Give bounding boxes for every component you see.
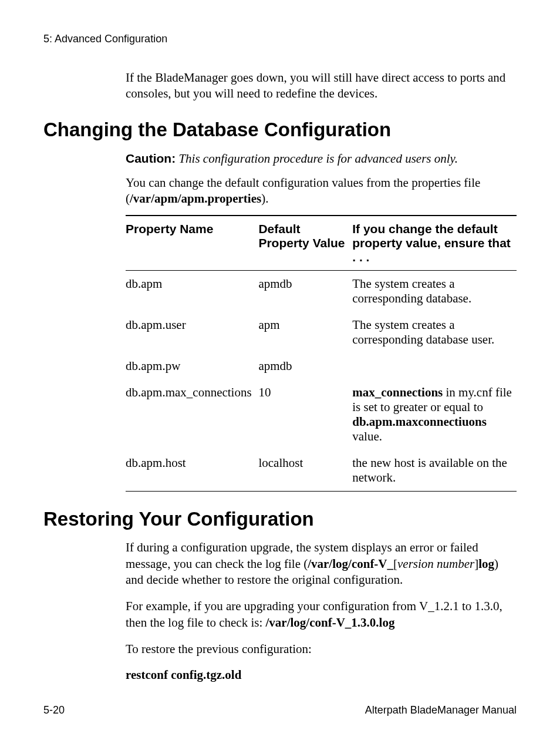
cell-prop-name: db.apm.host: [126, 450, 258, 492]
restore-command: restconf config.tgz.old: [126, 668, 517, 682]
note-text: value.: [352, 429, 382, 443]
col-header-note: If you change the default property value…: [352, 216, 517, 271]
restore-p3: To restore the previous configuration:: [126, 641, 517, 657]
table-row: db.apm.pw apmdb: [126, 353, 517, 379]
note-bold: max_connections: [352, 385, 443, 399]
cell-prop-name: db.apm.max_connections: [126, 379, 258, 450]
intro-paragraph: If the BladeManager goes down, you will …: [126, 70, 517, 102]
cell-prop-note: The system creates a corresponding datab…: [352, 312, 517, 353]
restore-p1: If during a configuration upgrade, the s…: [126, 540, 517, 588]
running-header: 5: Advanced Configuration: [43, 33, 517, 45]
page-footer: 5-20 Alterpath BladeManager Manual: [43, 704, 517, 716]
section1-body: Caution: This configuration procedure is…: [126, 150, 517, 492]
section-heading-restore: Restoring Your Configuration: [43, 508, 517, 530]
page-number: 5-20: [43, 704, 65, 716]
page: 5: Advanced Configuration If the BladeMa…: [0, 0, 560, 747]
cell-prop-note: max_connections in my.cnf file is set to…: [352, 379, 517, 450]
cell-prop-note: the new host is available on the network…: [352, 450, 517, 492]
props-suffix: ).: [261, 191, 268, 206]
properties-table: Property Name Default Property Value If …: [126, 215, 517, 492]
p1-t2: [: [393, 557, 397, 571]
p1-b2: log: [478, 557, 494, 571]
cell-prop-name: db.apm.user: [126, 312, 258, 353]
table-row: db.apm.max_connections 10 max_connection…: [126, 379, 517, 450]
section-heading-db-config: Changing the Database Configuration: [43, 119, 517, 141]
p1-b1: /var/log/conf-V_: [308, 557, 393, 571]
col-header-property-name: Property Name: [126, 216, 258, 271]
table-row: db.apm.user apm The system creates a cor…: [126, 312, 517, 353]
caution-line: Caution: This configuration procedure is…: [126, 150, 517, 167]
props-file-paragraph: You can change the default configuration…: [126, 175, 517, 207]
table-row: db.apm apmdb The system creates a corres…: [126, 271, 517, 312]
p2-b1: /var/log/conf-V_1.3.0.log: [266, 615, 395, 630]
cell-prop-default: apmdb: [258, 353, 352, 379]
note-bold: db.apm.maxconnectiuons: [352, 415, 487, 429]
cell-prop-default: localhost: [258, 450, 352, 492]
table-header-row: Property Name Default Property Value If …: [126, 216, 517, 271]
p1-i1: version number: [397, 557, 474, 571]
cell-prop-name: db.apm.pw: [126, 353, 258, 379]
cell-prop-note: The system creates a corresponding datab…: [352, 271, 517, 312]
cell-prop-name: db.apm: [126, 271, 258, 312]
intro-block: If the BladeManager goes down, you will …: [126, 70, 517, 102]
section2-body: If during a configuration upgrade, the s…: [126, 540, 517, 682]
col-header-default-value: Default Property Value: [258, 216, 352, 271]
restore-p2: For example, if you are upgrading your c…: [126, 598, 517, 631]
cell-prop-default: 10: [258, 379, 352, 450]
props-path: /var/apm/apm.properties: [130, 191, 261, 206]
caution-label: Caution:: [126, 152, 176, 165]
cell-prop-note: [352, 353, 517, 379]
table-row: db.apm.host localhost the new host is av…: [126, 450, 517, 492]
cell-prop-default: apmdb: [258, 271, 352, 312]
caution-text: This configuration procedure is for adva…: [178, 152, 458, 166]
manual-title: Alterpath BladeManager Manual: [365, 704, 517, 716]
cell-prop-default: apm: [258, 312, 352, 353]
